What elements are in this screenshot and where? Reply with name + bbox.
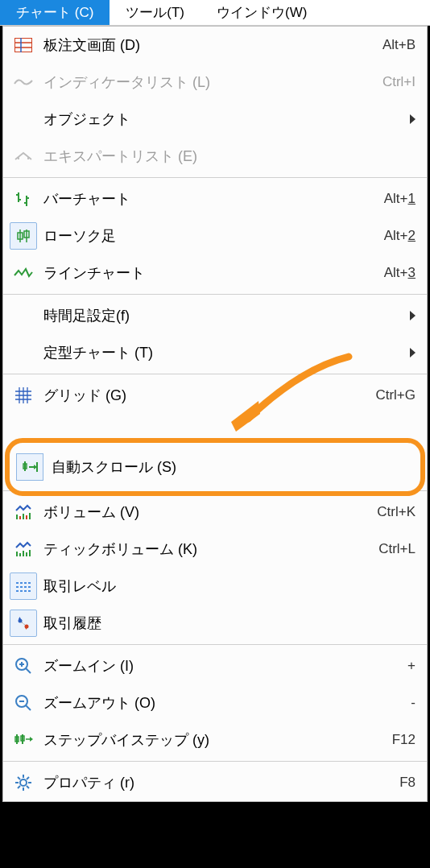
menu-bar-chart[interactable]: バーチャート Alt+1 xyxy=(3,180,427,217)
blank-icon xyxy=(10,105,37,133)
svg-line-31 xyxy=(22,622,25,625)
gear-icon xyxy=(10,769,37,796)
menu-label: ズームイン (I) xyxy=(43,656,407,676)
step-icon xyxy=(10,726,37,754)
separator xyxy=(3,490,427,491)
shortcut: - xyxy=(411,695,416,711)
expert-icon xyxy=(10,143,37,170)
menu-grid[interactable]: グリッド (G) Ctrl+G xyxy=(3,377,427,414)
separator xyxy=(3,374,427,374)
blank-icon xyxy=(10,339,37,366)
menu-property[interactable]: プロパティ (r) F8 xyxy=(3,764,427,801)
menu-indicator-list: インディケータリスト (L) Ctrl+I xyxy=(3,64,427,101)
svg-rect-0 xyxy=(14,38,32,52)
separator xyxy=(3,644,427,645)
menubar-window[interactable]: ウインドウ(W) xyxy=(201,0,323,25)
svg-point-29 xyxy=(19,619,23,623)
blank-icon xyxy=(10,302,37,329)
shortcut: Alt+B xyxy=(382,37,416,53)
menu-label: 時間足設定(f) xyxy=(43,306,403,325)
menu-label: ラインチャート xyxy=(43,263,384,283)
shortcut: Ctrl+G xyxy=(375,387,416,403)
svg-marker-46 xyxy=(30,737,33,742)
grid-icon xyxy=(10,382,37,409)
menu-line-chart[interactable]: ラインチャート Alt+3 xyxy=(3,254,427,291)
menu-object[interactable]: オブジェクト xyxy=(3,101,427,138)
shortcut: Ctrl+K xyxy=(377,504,416,520)
zoom-in-icon xyxy=(10,652,37,680)
menu-label: ティックボリューム (K) xyxy=(43,539,378,559)
trade-level-icon xyxy=(10,572,37,600)
menu-label: 板注文画面 (D) xyxy=(43,35,382,55)
shortcut: F12 xyxy=(392,732,416,748)
indicator-icon xyxy=(10,68,37,96)
svg-marker-15 xyxy=(31,466,32,469)
svg-line-55 xyxy=(27,777,29,779)
board-order-icon xyxy=(10,31,37,59)
menu-label: インディケータリスト (L) xyxy=(43,72,382,92)
svg-marker-33 xyxy=(25,627,27,630)
zoom-out-icon xyxy=(10,689,37,717)
menu-trade-history[interactable]: 取引履歴 xyxy=(3,605,427,642)
menu-trade-level[interactable]: 取引レベル xyxy=(3,568,427,605)
svg-line-35 xyxy=(26,668,31,673)
menubar: チャート (C) ツール(T) ウインドウ(W) xyxy=(0,0,430,26)
chart-shift-icon xyxy=(10,456,37,483)
shortcut: F8 xyxy=(399,775,416,791)
line-chart-icon xyxy=(10,259,37,287)
menu-label: 取引履歴 xyxy=(43,614,416,633)
shortcut: Ctrl+I xyxy=(382,74,416,90)
svg-point-47 xyxy=(20,779,27,786)
menu-label: 取引レベル xyxy=(43,577,416,596)
shortcut: Alt+2 xyxy=(384,228,416,244)
shortcut: + xyxy=(407,658,416,674)
shortcut: Ctrl+L xyxy=(378,541,416,557)
separator xyxy=(3,761,427,762)
menu-label: バーチャート xyxy=(43,189,384,209)
svg-marker-32 xyxy=(19,617,21,619)
menu-tick-volume[interactable]: ティックボリューム (K) Ctrl+L xyxy=(3,531,427,568)
trade-history-icon xyxy=(10,610,37,637)
menu-label: エキスパートリスト (E) xyxy=(43,147,416,166)
menu-label: オブジェクト xyxy=(43,110,403,129)
submenu-arrow-icon xyxy=(410,348,416,358)
menu-template[interactable]: 定型チャート (T) xyxy=(3,334,427,371)
menu-zoom-in[interactable]: ズームイン (I) + xyxy=(3,647,427,684)
shortcut: Alt+3 xyxy=(384,265,416,281)
separator xyxy=(3,177,427,178)
menu-label: グリッド (G) xyxy=(43,386,375,405)
menu-label: ステップバイステップ (y) xyxy=(43,730,392,750)
menu-timeframe[interactable]: 時間足設定(f) xyxy=(3,297,427,334)
menu-label: ローソク足 xyxy=(43,226,384,246)
svg-line-52 xyxy=(18,777,20,779)
menu-chart-shift[interactable]: チャートシフト(h) xyxy=(3,451,427,488)
submenu-arrow-icon xyxy=(410,114,416,124)
menubar-chart[interactable]: チャート (C) xyxy=(0,0,110,25)
menubar-tool[interactable]: ツール(T) xyxy=(110,0,201,25)
tick-volume-icon xyxy=(10,535,37,563)
menu-zoom-out[interactable]: ズームアウト (O) - xyxy=(3,684,427,721)
menu-volume[interactable]: ボリューム (V) Ctrl+K xyxy=(3,494,427,531)
chart-dropdown: 板注文画面 (D) Alt+B インディケータリスト (L) Ctrl+I オブ… xyxy=(2,26,428,802)
svg-line-54 xyxy=(18,786,20,788)
svg-line-53 xyxy=(27,786,29,788)
menu-label: 定型チャート (T) xyxy=(43,343,403,362)
bar-chart-icon xyxy=(10,185,37,213)
menu-expert-list: エキスパートリスト (E) xyxy=(3,138,427,175)
candlestick-icon xyxy=(10,222,37,250)
menu-label: ボリューム (V) xyxy=(43,502,377,522)
menu-label: ズームアウト (O) xyxy=(43,693,411,713)
menu-label: プロパティ (r) xyxy=(43,773,399,792)
menu-label: チャートシフト(h) xyxy=(43,460,416,479)
volume-icon xyxy=(10,498,37,526)
menu-candlestick[interactable]: ローソク足 Alt+2 xyxy=(3,217,427,254)
submenu-arrow-icon xyxy=(410,311,416,320)
svg-line-39 xyxy=(26,705,31,710)
menu-board-order[interactable]: 板注文画面 (D) Alt+B xyxy=(3,27,427,64)
separator xyxy=(3,294,427,295)
menu-step-by-step[interactable]: ステップバイステップ (y) F12 xyxy=(3,721,427,758)
shortcut: Alt+1 xyxy=(384,191,416,207)
